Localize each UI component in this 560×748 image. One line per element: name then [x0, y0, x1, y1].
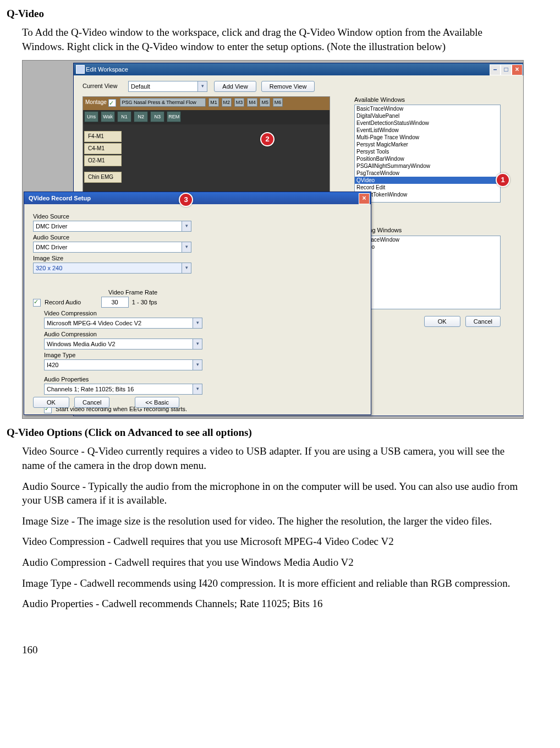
chevron-down-icon: ▾: [193, 384, 202, 394]
option-audio-source: Audio Source - Typically the audio from …: [22, 479, 523, 507]
option-audio-compression: Audio Compression - Cadwell requires tha…: [22, 555, 523, 570]
stage-button[interactable]: REM: [167, 111, 181, 122]
qvideo-title-text: QVideo Record Setup: [29, 195, 91, 201]
page-number: 160: [22, 644, 538, 656]
channel-label[interactable]: Chin EMG: [84, 172, 122, 183]
close-button[interactable]: ×: [359, 193, 370, 204]
chevron-down-icon: ▾: [182, 221, 191, 231]
chevron-down-icon: ▾: [193, 339, 202, 349]
list-item[interactable]: EventListWindow: [355, 127, 500, 134]
audio-properties-label: Audio Properties: [44, 376, 204, 383]
heading-qvideo: Q-Video: [7, 8, 538, 20]
list-item[interactable]: Record Edit: [355, 184, 500, 191]
chevron-down-icon: ▾: [193, 318, 202, 328]
video-source-value: DMC Driver: [36, 223, 67, 230]
channel-label[interactable]: F4-M1: [84, 131, 122, 142]
frame-rate-range: 1 - 30 fps: [132, 299, 157, 305]
montage-tab[interactable]: M5: [260, 98, 270, 107]
stage-button[interactable]: N3: [150, 111, 164, 122]
list-item[interactable]: BasicTraceWindow: [355, 105, 500, 112]
montage-bar: Montage PSG Nasal Press & Thermal Flow M…: [83, 97, 330, 110]
image-type-label: Image Type: [44, 352, 204, 358]
audio-source-label: Audio Source: [33, 234, 193, 241]
image-size-select[interactable]: 320 x 240▾: [33, 263, 191, 274]
current-view-label: Current View: [83, 83, 127, 89]
maximize-button[interactable]: □: [501, 64, 512, 75]
add-view-button[interactable]: Add View: [214, 81, 256, 92]
montage-checkbox[interactable]: [108, 99, 116, 107]
montage-name[interactable]: PSG Nasal Press & Thermal Flow: [120, 98, 206, 107]
intro-paragraph: To Add the Q-Video window to the workspa…: [22, 25, 523, 53]
list-item-selected[interactable]: QVideo: [355, 177, 500, 184]
chevron-down-icon: ▾: [182, 242, 191, 252]
option-image-type: Image Type - Cadwell recommends using I4…: [22, 576, 523, 591]
list-item[interactable]: ReportTokenWindow: [355, 191, 500, 198]
video-compression-select[interactable]: Microsoft MPEG-4 Video Codec V2▾: [44, 318, 202, 329]
image-type-value: I420: [47, 362, 58, 368]
cancel-button[interactable]: Cancel: [465, 316, 501, 327]
record-audio-label: Record Audio: [45, 299, 81, 305]
chevron-down-icon: ▾: [193, 360, 202, 370]
record-audio-checkbox[interactable]: [33, 299, 41, 307]
list-item[interactable]: DigitalValuePanel: [355, 112, 500, 119]
channel-label[interactable]: O2-M1: [84, 155, 122, 166]
minimize-button[interactable]: –: [490, 64, 501, 75]
basic-button[interactable]: << Basic: [135, 397, 179, 408]
ok-button[interactable]: OK: [33, 397, 69, 408]
list-item[interactable]: Persyst MagicMarker: [355, 141, 500, 148]
list-item[interactable]: Multi-Page Trace Window: [355, 134, 500, 141]
montage-tab[interactable]: M2: [222, 98, 232, 107]
channel-label[interactable]: C4-M1: [84, 143, 122, 154]
illustration: Edit Workspace – □ × Current View Defaul…: [22, 60, 524, 419]
stage-button[interactable]: N2: [134, 111, 148, 122]
frame-rate-input[interactable]: 30: [101, 297, 129, 308]
list-item[interactable]: QVideo: [355, 243, 500, 250]
remove-view-button[interactable]: Remove View: [261, 81, 315, 92]
option-image-size: Image Size - The image size is the resol…: [22, 514, 523, 528]
video-compression-label: Video Compression: [44, 310, 204, 316]
video-source-select[interactable]: DMC Driver▾: [33, 221, 191, 232]
image-size-value: 320 x 240: [36, 265, 62, 271]
frame-rate-label: Video Frame Rate: [108, 289, 157, 296]
audio-compression-value: Windows Media Audio V2: [47, 341, 116, 347]
current-view-value: Default: [131, 83, 150, 90]
stage-button[interactable]: Wak: [101, 111, 115, 122]
audio-compression-select[interactable]: Windows Media Audio V2▾: [44, 338, 202, 350]
list-item[interactable]: PsgTraceWindow: [355, 236, 500, 243]
edit-workspace-title-text: Edit Workspace: [86, 66, 128, 73]
edit-workspace-titlebar[interactable]: Edit Workspace – □ ×: [74, 63, 524, 75]
image-type-select[interactable]: I420▾: [44, 359, 202, 370]
current-view-select[interactable]: Default ▾: [128, 81, 207, 92]
montage-tab[interactable]: M6: [273, 98, 283, 107]
option-video-compression: Video Compression - Cadwell requires tha…: [22, 534, 523, 549]
montage-label: Montage: [85, 99, 107, 105]
qvideo-setup-dialog: QVideo Record Setup × Video Source DMC D…: [24, 192, 371, 415]
list-item[interactable]: EventDetectionStatusWindow: [355, 119, 500, 127]
stage-button[interactable]: Uns: [84, 111, 98, 122]
list-item[interactable]: PSGAllNightSummaryWindow: [355, 162, 500, 170]
ok-button[interactable]: OK: [424, 316, 460, 327]
qvideo-titlebar[interactable]: QVideo Record Setup ×: [24, 192, 371, 204]
audio-properties-select[interactable]: Channels 1; Rate 11025; Bits 16▾: [44, 384, 202, 395]
list-item[interactable]: PositionBarWindow: [355, 155, 500, 162]
heading-options: Q-Video Options (Click on Advanced to se…: [7, 427, 538, 439]
list-item[interactable]: PsgTraceWindow: [355, 170, 500, 177]
audio-source-value: DMC Driver: [36, 244, 67, 250]
available-windows-list[interactable]: BasicTraceWindow DigitalValuePanel Event…: [354, 105, 501, 203]
chevron-down-icon: ▾: [182, 263, 191, 273]
existing-windows-list[interactable]: PsgTraceWindow QVideo: [354, 236, 501, 309]
option-audio-properties: Audio Properties - Cadwell recommends Ch…: [22, 597, 523, 611]
audio-properties-value: Channels 1; Rate 11025; Bits 16: [47, 386, 134, 392]
image-size-label: Image Size: [33, 255, 193, 261]
montage-tab[interactable]: M4: [247, 98, 257, 107]
video-source-label: Video Source: [33, 213, 193, 220]
chevron-down-icon: ▾: [197, 81, 207, 91]
list-item[interactable]: Persyst Tools: [355, 148, 500, 155]
cancel-button[interactable]: Cancel: [74, 397, 109, 408]
audio-source-select[interactable]: DMC Driver▾: [33, 242, 191, 253]
close-button[interactable]: ×: [512, 64, 523, 75]
option-video-source: Video Source - Q-Video currently require…: [22, 444, 523, 472]
montage-tab[interactable]: M1: [208, 98, 219, 107]
montage-tab[interactable]: M3: [234, 98, 245, 107]
stage-button[interactable]: N1: [117, 111, 131, 122]
